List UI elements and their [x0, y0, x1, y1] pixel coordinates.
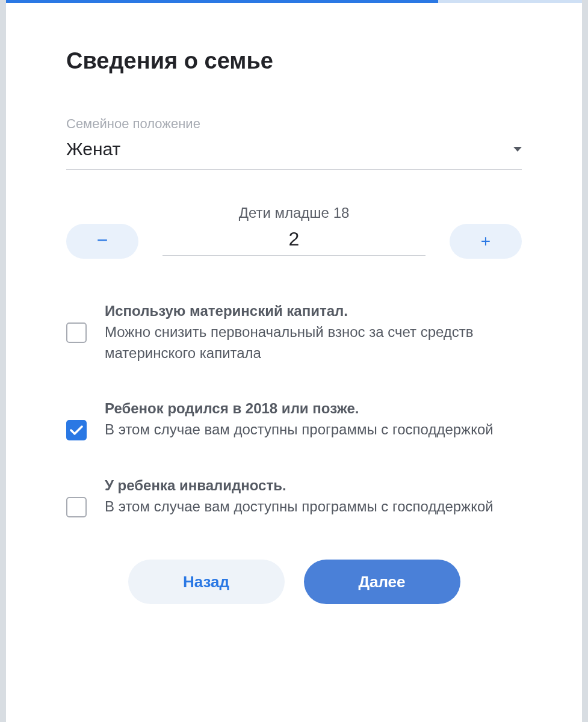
marital-status-label: Семейное положение — [66, 116, 522, 132]
option-text: Использую материнский капитал. Можно сни… — [105, 301, 522, 363]
option-text: У ребенка инвалидность. В этом случае ва… — [105, 475, 494, 517]
option-child-disability[interactable]: У ребенка инвалидность. В этом случае ва… — [66, 475, 522, 517]
check-icon — [70, 425, 83, 436]
progress-fill — [6, 0, 438, 3]
children-count-input[interactable] — [162, 228, 426, 250]
checkbox-child-born-2018[interactable] — [66, 420, 87, 440]
marital-status-field: Семейное положение Женат — [66, 116, 522, 170]
checkbox-child-disability[interactable] — [66, 497, 87, 517]
option-text: Ребенок родился в 2018 или позже. В этом… — [105, 398, 494, 440]
next-button[interactable]: Далее — [304, 560, 460, 604]
footer-buttons: Назад Далее — [66, 560, 522, 604]
children-stepper: Дети младше 18 − + — [66, 205, 522, 259]
stepper-plus-button[interactable]: + — [450, 224, 522, 259]
option-desc: В этом случае вам доступны программы с г… — [105, 421, 494, 437]
option-child-born-2018[interactable]: Ребенок родился в 2018 или позже. В этом… — [66, 398, 522, 440]
option-title: У ребенка инвалидность. — [105, 477, 286, 493]
option-desc: В этом случае вам доступны программы с г… — [105, 498, 494, 514]
progress-bar — [6, 0, 582, 3]
checkbox-maternity-capital[interactable] — [66, 322, 87, 343]
options-list: Использую материнский капитал. Можно сни… — [66, 301, 522, 517]
option-desc: Можно снизить первоначальный взнос за сч… — [105, 324, 474, 361]
stepper-minus-button[interactable]: − — [66, 224, 138, 259]
marital-status-select[interactable]: Женат — [66, 139, 522, 170]
page-title: Сведения о семье — [66, 48, 522, 74]
form-content: Сведения о семье Семейное положение Жена… — [6, 0, 582, 604]
back-button[interactable]: Назад — [128, 560, 285, 604]
option-maternity-capital[interactable]: Использую материнский капитал. Можно сни… — [66, 301, 522, 363]
marital-status-value: Женат — [66, 139, 120, 159]
option-title: Ребенок родился в 2018 или позже. — [105, 400, 359, 416]
children-value-wrap — [162, 227, 426, 256]
option-title: Использую материнский капитал. — [105, 303, 348, 319]
caret-down-icon — [513, 147, 522, 152]
children-label: Дети младше 18 — [66, 205, 522, 221]
form-card: Сведения о семье Семейное положение Жена… — [6, 0, 582, 722]
